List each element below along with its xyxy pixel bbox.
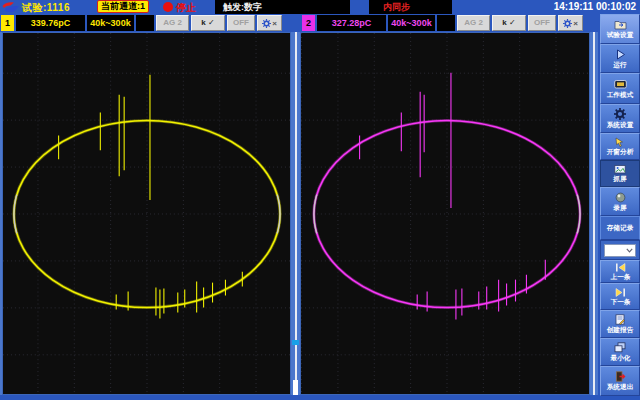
window-analysis-icon bbox=[615, 137, 626, 147]
gear-icon bbox=[563, 19, 572, 28]
record-icon bbox=[615, 192, 626, 203]
channel-1-gain-button[interactable]: AG 2 bbox=[156, 15, 189, 31]
channel-1-bandwidth[interactable]: 40k~300k bbox=[87, 15, 134, 31]
channel-1-marker[interactable]: 1 bbox=[1, 15, 14, 31]
channel-2-reading: 327.28pC bbox=[317, 15, 386, 31]
channel-1-controls: 1 339.76pC 40k~300k AG 2 k ✓ OFF bbox=[1, 15, 282, 31]
elapsed-time: 00:10:02 bbox=[596, 1, 636, 12]
screenshot-icon bbox=[614, 164, 626, 174]
next-icon bbox=[615, 288, 626, 297]
plot-splitter[interactable] bbox=[291, 32, 300, 395]
channel-1-ellipse-display[interactable] bbox=[2, 32, 291, 395]
channel-2-off-button[interactable]: OFF bbox=[528, 15, 556, 31]
clock: 14:19:11 00:10:02 bbox=[554, 1, 636, 12]
gear-icon bbox=[262, 19, 271, 28]
app-logo-icon bbox=[2, 1, 20, 13]
time-of-day: 14:19:11 bbox=[554, 1, 593, 12]
sidebar-item-test-settings[interactable]: 试验设置 bbox=[600, 14, 640, 44]
gear-icon bbox=[614, 108, 626, 120]
sidebar-record-dropdown[interactable] bbox=[600, 240, 640, 260]
channel-2-controls: 2 327.28pC 40k~300k AG 2 k ✓ OFF bbox=[302, 15, 583, 31]
channel-bar: 1 339.76pC 40k~300k AG 2 k ✓ OFF bbox=[0, 14, 600, 32]
sidebar-item-exit[interactable]: 系统退出 bbox=[600, 366, 640, 396]
splitter-line bbox=[593, 32, 595, 395]
minimize-icon bbox=[614, 342, 626, 353]
monitor-icon bbox=[614, 79, 627, 90]
test-number-label: 试验:1116 bbox=[22, 1, 70, 15]
sidebar-item-next[interactable]: 下一条 bbox=[600, 283, 640, 310]
current-channel-badge: 当前通道:1 bbox=[97, 0, 149, 13]
channel-1-spare-box bbox=[136, 15, 154, 31]
report-icon bbox=[615, 314, 625, 325]
channel-2-ellipse-display[interactable] bbox=[300, 32, 590, 395]
sidebar: 试验设置 运行 工作模式 bbox=[600, 14, 640, 400]
sidebar-item-work-mode[interactable]: 工作模式 bbox=[600, 73, 640, 104]
channel-1-settings-button[interactable]: × bbox=[257, 15, 282, 31]
channel-1-k-button[interactable]: k ✓ bbox=[191, 15, 225, 31]
play-icon bbox=[615, 49, 626, 60]
sidebar-item-run[interactable]: 运行 bbox=[600, 44, 640, 73]
sidebar-item-previous[interactable]: 上一条 bbox=[600, 260, 640, 283]
plot-area bbox=[0, 32, 600, 400]
channel-2-marker[interactable]: 2 bbox=[302, 15, 315, 31]
trigger-mode-label: 触发:数字 bbox=[215, 0, 350, 14]
previous-icon bbox=[615, 263, 626, 272]
sidebar-item-minimize[interactable]: 最小化 bbox=[600, 338, 640, 366]
sidebar-item-create-report[interactable]: 创建报告 bbox=[600, 310, 640, 338]
channel-2-bandwidth[interactable]: 40k~300k bbox=[388, 15, 435, 31]
stop-status-icon bbox=[163, 2, 173, 12]
channel-2-settings-button[interactable]: × bbox=[558, 15, 583, 31]
channel-1-reading: 339.76pC bbox=[16, 15, 85, 31]
stop-status-label: 停止 bbox=[176, 1, 196, 15]
close-icon: × bbox=[272, 17, 277, 30]
sidebar-item-screen-capture[interactable]: 抓屏 bbox=[600, 160, 640, 187]
channel-2-spare-box bbox=[437, 15, 455, 31]
sidebar-item-system-settings[interactable]: 系统设置 bbox=[600, 104, 640, 133]
channel-2-gain-button[interactable]: AG 2 bbox=[457, 15, 490, 31]
splitter-handle[interactable] bbox=[292, 340, 299, 345]
sidebar-item-window-analysis[interactable]: 开窗分析 bbox=[600, 133, 640, 160]
channel-1-off-button[interactable]: OFF bbox=[227, 15, 255, 31]
sidebar-item-screen-record[interactable]: 录屏 bbox=[600, 187, 640, 216]
sync-mode-label: 内同步 bbox=[369, 0, 452, 14]
exit-icon bbox=[615, 371, 626, 382]
title-bar: 试验:1116 当前通道:1 停止 触发:数字 内同步 14:19:11 00:… bbox=[0, 0, 640, 14]
splitter-thumb[interactable] bbox=[293, 380, 298, 395]
close-icon: × bbox=[573, 17, 578, 30]
chevron-down-icon bbox=[626, 248, 633, 253]
folder-icon bbox=[614, 19, 627, 30]
channel-2-k-button[interactable]: k ✓ bbox=[492, 15, 526, 31]
sidebar-storage-records-label: 存储记录 bbox=[600, 216, 640, 240]
right-splitter[interactable] bbox=[590, 32, 598, 395]
